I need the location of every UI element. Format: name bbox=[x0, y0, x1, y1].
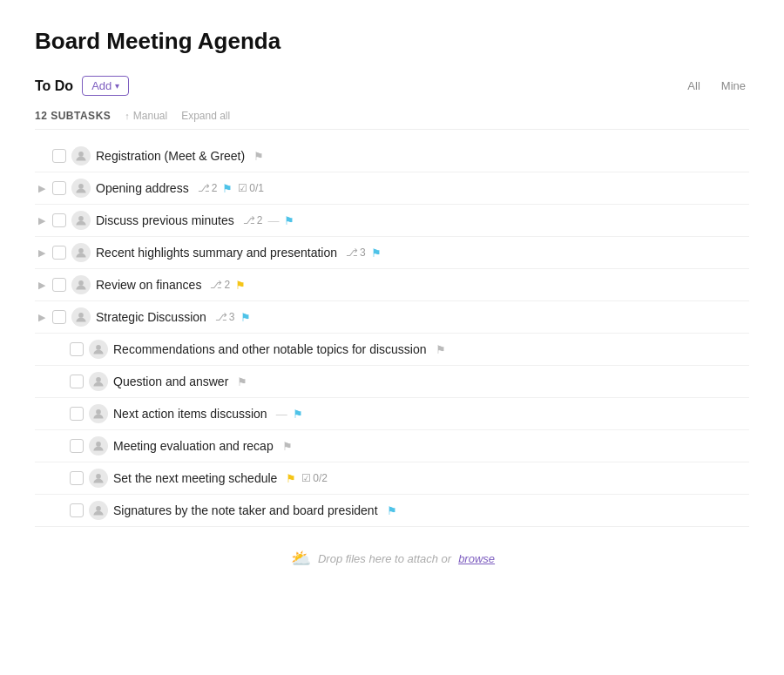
subtask-icon: ⎇ bbox=[215, 311, 227, 323]
flag-icon: ⚑ bbox=[282, 440, 293, 453]
task-checkbox[interactable] bbox=[52, 278, 66, 292]
task-name: Review on finances bbox=[96, 278, 201, 292]
svg-point-4 bbox=[78, 280, 84, 286]
task-name: Set the next meeting schedule bbox=[113, 471, 277, 485]
task-meta: ⎇2—⚑ bbox=[243, 214, 749, 227]
flag-icon: ⚑ bbox=[371, 246, 382, 260]
task-name: Signatures by the note taker and board p… bbox=[113, 503, 378, 517]
flag-icon: ⚑ bbox=[284, 214, 294, 227]
flag-icon: ⚑ bbox=[237, 375, 247, 388]
svg-point-0 bbox=[78, 152, 84, 157]
task-name: Opening address bbox=[96, 181, 189, 195]
task-name: Question and answer bbox=[113, 375, 228, 388]
svg-point-9 bbox=[96, 442, 101, 447]
expand-chevron-icon[interactable]: ▶ bbox=[35, 183, 49, 194]
expand-chevron-icon[interactable]: ▶ bbox=[35, 247, 49, 259]
task-checkbox[interactable] bbox=[52, 181, 66, 195]
task-checkbox[interactable] bbox=[70, 342, 84, 356]
assignee-icon bbox=[71, 307, 91, 327]
assignee-icon bbox=[89, 501, 108, 520]
dash-separator: — bbox=[267, 214, 279, 227]
task-meta: —⚑ bbox=[276, 408, 749, 421]
svg-point-2 bbox=[78, 216, 84, 221]
task-checkbox[interactable] bbox=[52, 310, 66, 324]
task-row: Signatures by the note taker and board p… bbox=[35, 495, 749, 527]
subtasks-bar: 12 SUBTASKS ↑ Manual Expand all bbox=[35, 110, 749, 130]
task-meta: ⎇3⚑ bbox=[346, 246, 749, 260]
page-title: Board Meeting Agenda bbox=[35, 28, 749, 55]
svg-point-7 bbox=[96, 377, 101, 382]
expand-chevron-icon[interactable]: ▶ bbox=[35, 312, 49, 323]
task-checkbox[interactable] bbox=[70, 503, 84, 517]
add-button[interactable]: Add ▾ bbox=[82, 76, 129, 96]
flag-icon: ⚑ bbox=[387, 504, 397, 517]
task-row: ▶Strategic Discussion⎇3⚑ bbox=[35, 301, 749, 334]
filter-all-button[interactable]: All bbox=[684, 78, 703, 94]
flag-icon: ⚑ bbox=[253, 150, 264, 163]
svg-point-6 bbox=[96, 345, 101, 350]
task-name: Meeting evaluation and recap bbox=[113, 439, 274, 453]
browse-link[interactable]: browse bbox=[458, 552, 495, 565]
task-meta: ⎇3⚑ bbox=[215, 311, 749, 324]
task-row: ▶Discuss previous minutes⎇2—⚑ bbox=[35, 205, 749, 237]
task-meta: ⚑ bbox=[387, 504, 749, 517]
task-checkbox[interactable] bbox=[70, 407, 84, 421]
subtask-indicator: ⎇3 bbox=[215, 311, 235, 323]
task-checkbox[interactable] bbox=[70, 471, 84, 485]
subtask-indicator: ⎇2 bbox=[210, 279, 230, 291]
subtask-indicator: ⎇3 bbox=[346, 246, 366, 259]
task-row: Question and answer⚑ bbox=[35, 366, 749, 398]
task-checkbox[interactable] bbox=[52, 246, 66, 260]
dash-separator: — bbox=[276, 408, 287, 421]
assignee-icon bbox=[71, 179, 91, 198]
subtask-icon: ⎇ bbox=[210, 279, 222, 291]
task-meta: ⎇2⚑☑0/1 bbox=[198, 182, 749, 195]
checklist-badge: ☑0/1 bbox=[238, 182, 264, 194]
expand-chevron-icon[interactable]: ▶ bbox=[35, 215, 49, 226]
section-title: To Do bbox=[35, 78, 73, 94]
flag-icon: ⚑ bbox=[293, 408, 303, 421]
assignee-icon bbox=[71, 211, 91, 230]
drop-text: Drop files here to attach or bbox=[318, 552, 451, 565]
task-list: Registration (Meet & Greet)⚑▶Opening add… bbox=[35, 140, 749, 527]
task-name: Next action items discussion bbox=[113, 407, 267, 421]
svg-point-5 bbox=[78, 313, 84, 318]
subtask-icon: ⎇ bbox=[198, 182, 210, 194]
chevron-down-icon: ▾ bbox=[115, 81, 119, 91]
sort-icon: ↑ bbox=[125, 111, 130, 121]
checklist-badge: ☑0/2 bbox=[301, 472, 328, 484]
task-checkbox[interactable] bbox=[52, 213, 66, 227]
task-row: Meeting evaluation and recap⚑ bbox=[35, 430, 749, 462]
assignee-icon bbox=[89, 469, 108, 488]
task-meta: ⚑ bbox=[253, 150, 749, 163]
assignee-icon bbox=[89, 372, 108, 391]
task-name: Recent highlights summary and presentati… bbox=[96, 246, 337, 260]
filter-mine-button[interactable]: Mine bbox=[718, 78, 749, 94]
assignee-icon bbox=[89, 404, 108, 423]
assignee-icon bbox=[89, 340, 108, 359]
subtask-count: 12 SUBTASKS bbox=[35, 110, 111, 122]
task-checkbox[interactable] bbox=[70, 439, 84, 453]
flag-icon: ⚑ bbox=[235, 279, 246, 292]
expand-chevron-icon[interactable]: ▶ bbox=[35, 280, 49, 291]
task-meta: ⎇2⚑ bbox=[210, 279, 749, 292]
task-row: Recommendations and other notable topics… bbox=[35, 334, 749, 366]
assignee-icon bbox=[71, 243, 91, 262]
assignee-icon bbox=[89, 436, 108, 456]
task-row: Next action items discussion—⚑ bbox=[35, 398, 749, 430]
task-name: Recommendations and other notable topics… bbox=[113, 342, 427, 356]
task-row: ▶Review on finances⎇2⚑ bbox=[35, 269, 749, 301]
task-checkbox[interactable] bbox=[52, 149, 66, 163]
subtask-indicator: ⎇2 bbox=[243, 214, 263, 226]
section-header: To Do Add ▾ All Mine bbox=[35, 76, 749, 96]
sort-label[interactable]: ↑ Manual bbox=[125, 110, 167, 122]
subtask-icon: ⎇ bbox=[346, 246, 358, 259]
task-row: Set the next meeting schedule⚑☑0/2 bbox=[35, 462, 749, 495]
expand-all-button[interactable]: Expand all bbox=[181, 110, 230, 122]
svg-point-1 bbox=[78, 184, 84, 189]
task-checkbox[interactable] bbox=[70, 375, 84, 388]
flag-icon: ⚑ bbox=[286, 472, 296, 485]
flag-icon: ⚑ bbox=[222, 182, 233, 195]
task-meta: ⚑ bbox=[237, 375, 749, 388]
subtask-indicator: ⎇2 bbox=[198, 182, 218, 194]
